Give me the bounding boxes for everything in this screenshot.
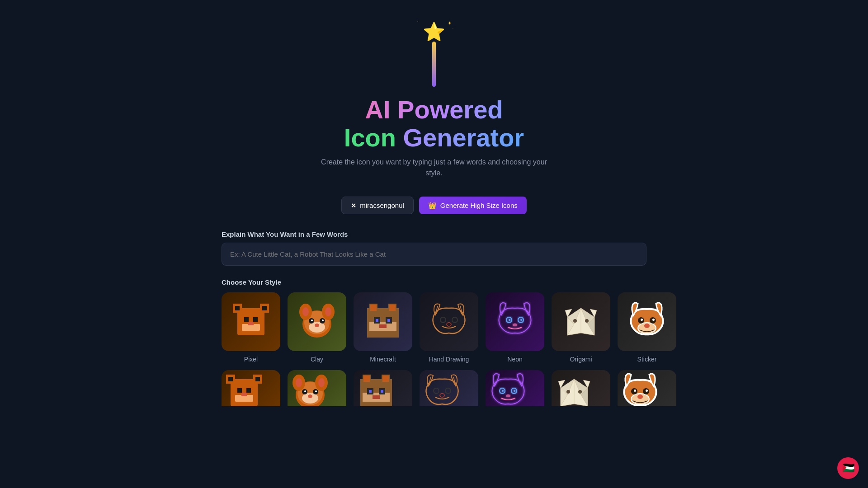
style-preview-bottom-3 — [420, 370, 478, 406]
flag-icon: 🇵🇸 — [842, 462, 854, 474]
style-item-sticker[interactable]: Sticker — [618, 292, 676, 363]
style-item-bottom-0[interactable] — [222, 370, 280, 406]
style-item-bottom-2[interactable] — [354, 370, 412, 406]
svg-point-69 — [296, 378, 302, 387]
svg-point-32 — [440, 317, 446, 323]
svg-point-49 — [585, 319, 589, 323]
svg-point-111 — [637, 394, 643, 399]
svg-point-38 — [520, 319, 522, 321]
style-preview-bottom-5 — [552, 370, 610, 406]
svg-point-75 — [315, 390, 317, 392]
svg-point-37 — [509, 319, 510, 321]
svg-point-14 — [325, 307, 331, 316]
style-preview-hand-drawing — [420, 292, 478, 351]
svg-point-76 — [308, 394, 312, 398]
style-preview-bottom-1 — [288, 370, 346, 406]
style-preview-clay — [288, 292, 346, 351]
svg-point-55 — [644, 324, 650, 328]
twitter-label: miracsengonul — [360, 202, 404, 209]
style-label-minecraft: Minecraft — [370, 356, 396, 363]
style-item-minecraft[interactable]: Minecraft — [354, 292, 412, 363]
style-preview-minecraft — [354, 292, 412, 351]
svg-point-19 — [322, 319, 324, 321]
svg-point-39 — [513, 324, 517, 326]
title-icon-word: Icon — [344, 123, 396, 152]
svg-rect-64 — [241, 393, 247, 396]
svg-point-34 — [447, 323, 451, 326]
svg-rect-86 — [381, 390, 383, 393]
svg-point-94 — [514, 390, 515, 392]
twitter-button[interactable]: ✕ miracsengonul — [341, 197, 414, 214]
style-preview-origami — [552, 292, 610, 351]
style-item-bottom-6[interactable] — [618, 370, 676, 406]
svg-rect-4 — [262, 306, 267, 310]
flag-button[interactable]: 🇵🇸 — [837, 457, 859, 479]
svg-point-105 — [578, 390, 582, 394]
style-item-bottom-4[interactable] — [486, 370, 544, 406]
style-preview-bottom-2 — [354, 370, 412, 406]
style-item-origami[interactable]: Origami — [552, 292, 610, 363]
style-item-bottom-3[interactable] — [420, 370, 478, 406]
style-grid: Pixel Clay — [222, 292, 646, 363]
svg-point-109 — [634, 389, 636, 392]
svg-point-110 — [646, 389, 648, 392]
svg-point-88 — [434, 388, 439, 394]
svg-point-89 — [445, 388, 451, 394]
style-label-sticker: Sticker — [637, 356, 657, 363]
form-section: Explain What You Want in a Few Words Cho… — [222, 230, 646, 406]
svg-rect-7 — [253, 317, 258, 322]
x-icon: ✕ — [351, 202, 356, 209]
generate-button[interactable]: 👑 Generate High Size Icons — [419, 197, 527, 214]
style-preview-sticker — [618, 292, 676, 351]
wand-graphic: ⭐ ✦ · · — [423, 23, 445, 87]
style-label-hand-drawing: Hand Drawing — [429, 356, 469, 363]
svg-rect-85 — [369, 390, 372, 393]
svg-rect-87 — [373, 395, 380, 399]
svg-rect-63 — [246, 388, 251, 393]
style-label-neon: Neon — [507, 356, 522, 363]
style-section-label: Choose Your Style — [222, 278, 646, 286]
style-label-origami: Origami — [570, 356, 592, 363]
svg-rect-59 — [228, 377, 233, 381]
svg-point-13 — [302, 307, 309, 316]
svg-point-90 — [440, 394, 444, 397]
svg-point-74 — [304, 390, 306, 392]
style-preview-bottom-0 — [222, 370, 280, 406]
svg-rect-31 — [379, 324, 387, 328]
style-label-pixel: Pixel — [244, 356, 258, 363]
hero-title: AI Powered Icon Generator Create the ico… — [321, 96, 547, 178]
action-buttons: ✕ miracsengonul 👑 Generate High Size Ico… — [341, 197, 527, 214]
svg-point-33 — [452, 317, 458, 323]
svg-rect-24 — [370, 305, 377, 311]
description-input[interactable] — [222, 243, 646, 266]
crown-icon: 👑 — [428, 202, 437, 210]
style-grid-bottom — [222, 370, 646, 406]
description-label: Explain What You Want in a Few Words — [222, 230, 646, 238]
style-preview-pixel — [222, 292, 280, 351]
svg-rect-60 — [255, 377, 260, 381]
svg-point-104 — [566, 390, 570, 394]
style-item-neon[interactable]: Neon — [486, 292, 544, 363]
svg-point-18 — [311, 319, 313, 321]
style-preview-neon — [486, 292, 544, 351]
svg-rect-6 — [244, 317, 249, 322]
style-preview-bottom-4 — [486, 370, 544, 406]
style-item-bottom-5[interactable] — [552, 370, 610, 406]
svg-point-20 — [315, 324, 319, 327]
style-preview-bottom-6 — [618, 370, 676, 406]
title-generator-word: Generator — [403, 123, 524, 152]
svg-rect-62 — [237, 388, 242, 393]
title-line1: AI Powered — [321, 96, 547, 124]
svg-point-53 — [641, 319, 643, 321]
svg-rect-8 — [248, 322, 254, 325]
style-item-pixel[interactable]: Pixel — [222, 292, 280, 363]
svg-point-48 — [573, 319, 577, 323]
svg-rect-80 — [363, 375, 370, 382]
svg-rect-25 — [389, 305, 396, 311]
style-item-clay[interactable]: Clay — [288, 292, 346, 363]
style-item-hand-drawing[interactable]: Hand Drawing — [420, 292, 478, 363]
hero-subtitle: Create the icon you want by typing just … — [321, 157, 547, 178]
svg-point-95 — [506, 394, 510, 397]
svg-point-54 — [652, 319, 655, 321]
style-item-bottom-1[interactable] — [288, 370, 346, 406]
